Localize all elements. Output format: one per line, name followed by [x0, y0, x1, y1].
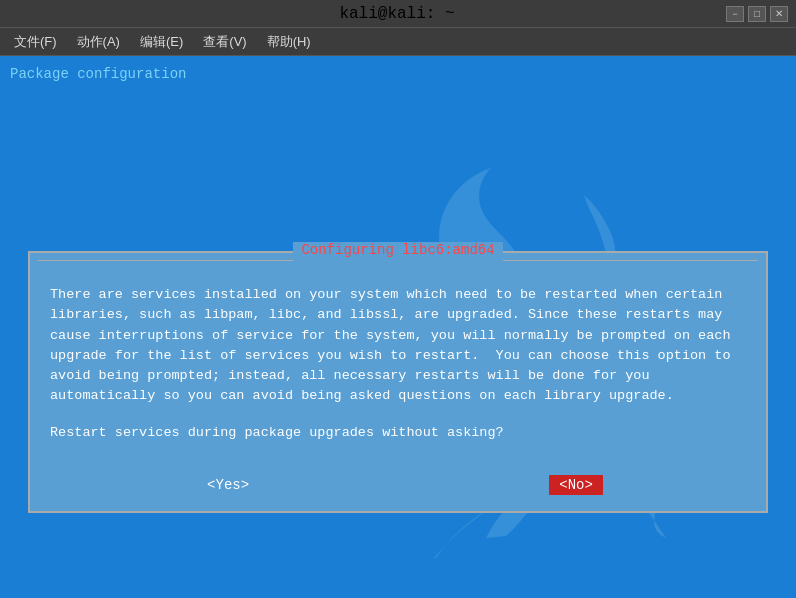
- window-controls: － □ ✕: [726, 6, 788, 22]
- menu-edit[interactable]: 编辑(E): [130, 29, 193, 55]
- window-title: kali@kali: ~: [339, 5, 454, 23]
- dialog-buttons: <Yes> <No>: [30, 463, 766, 511]
- yes-button[interactable]: <Yes>: [193, 475, 263, 495]
- dialog-body-text: There are services installed on your sys…: [50, 285, 746, 407]
- dialog-title-text: Configuring libc6:amd64: [293, 242, 502, 258]
- menu-action[interactable]: 动作(A): [67, 29, 130, 55]
- dialog-question-text: Restart services during package upgrades…: [50, 423, 746, 443]
- close-button[interactable]: ✕: [770, 6, 788, 22]
- dialog-content: There are services installed on your sys…: [30, 269, 766, 463]
- terminal-area: Package configuration Configuring libc6:…: [0, 56, 796, 598]
- package-config-label: Package configuration: [10, 66, 186, 82]
- minimize-button[interactable]: －: [726, 6, 744, 22]
- menubar: 文件(F) 动作(A) 编辑(E) 查看(V) 帮助(H): [0, 28, 796, 56]
- titlebar: kali@kali: ~ － □ ✕: [0, 0, 796, 28]
- no-button[interactable]: <No>: [549, 475, 603, 495]
- menu-help[interactable]: 帮助(H): [257, 29, 321, 55]
- menu-view[interactable]: 查看(V): [193, 29, 256, 55]
- dialog-title-line-left: [38, 260, 293, 261]
- dialog-titlebar: Configuring libc6:amd64: [30, 252, 766, 268]
- menu-file[interactable]: 文件(F): [4, 29, 67, 55]
- maximize-button[interactable]: □: [748, 6, 766, 22]
- dialog-title-line-right: [503, 260, 758, 261]
- dialog-box: Configuring libc6:amd64 There are servic…: [28, 251, 768, 513]
